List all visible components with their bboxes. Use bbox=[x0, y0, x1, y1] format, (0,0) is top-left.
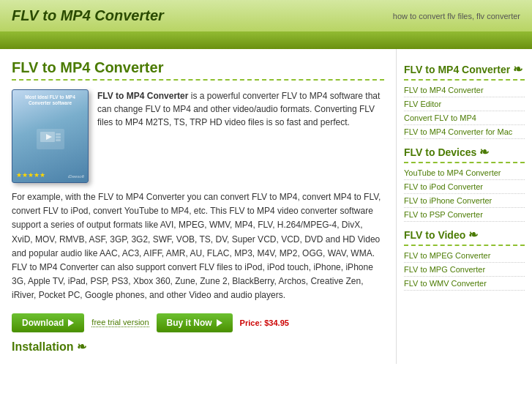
product-stars: ★★★★★ bbox=[16, 171, 45, 179]
product-name-bold: FLV to MP4 Converter bbox=[97, 91, 188, 101]
product-section: Most Ideal FLV to MP4 Converter software bbox=[12, 89, 384, 183]
buynow-arrow-icon bbox=[217, 319, 222, 327]
sidebar-section-2: FLV to Devices ❧ YouTube to MP4 Converte… bbox=[404, 145, 525, 222]
header-tagline: how to convert flv files, flv converter bbox=[393, 12, 520, 20]
sidebar-section-1-title: FLV to MP4 Converter ❧ bbox=[404, 62, 525, 76]
header: FLV to MP4 Converter how to convert flv … bbox=[0, 0, 532, 33]
sidebar-link-flv-wmv[interactable]: FLV to WMV Converter bbox=[404, 277, 525, 291]
sidebar-divider-2 bbox=[404, 162, 525, 163]
page-layout: FLV to MP4 Converter Most Ideal FLV to M… bbox=[0, 49, 532, 364]
title-divider bbox=[12, 79, 384, 81]
sidebar-section-1-label: FLV to MP4 Converter bbox=[404, 64, 510, 75]
sidebar-section-2-title: FLV to Devices ❧ bbox=[404, 145, 525, 159]
download-button[interactable]: Download bbox=[12, 313, 84, 332]
sidebar-link-youtube-mp4[interactable]: YouTube to MP4 Converter bbox=[404, 166, 525, 180]
sidebar-section-3: FLV to Video ❧ FLV to MPEG Converter FLV… bbox=[404, 228, 525, 291]
vine-icon-install: ❧ bbox=[77, 340, 86, 354]
buttons-row: Download free trial version Buy it Now P… bbox=[12, 313, 384, 332]
svg-rect-3 bbox=[56, 136, 61, 138]
subheader-bar bbox=[0, 33, 532, 49]
video-icon bbox=[40, 132, 61, 146]
svg-rect-2 bbox=[56, 133, 61, 135]
svg-rect-4 bbox=[56, 139, 61, 141]
sidebar-divider-1 bbox=[404, 79, 525, 81]
sidebar-link-convert-flv-mp4[interactable]: Convert FLV to MP4 bbox=[404, 111, 525, 125]
sidebar-section-3-label: FLV to Video bbox=[404, 229, 465, 241]
sidebar-section-1: FLV to MP4 Converter ❧ FLV to MP4 Conver… bbox=[404, 62, 525, 139]
sidebar-link-flv-editor[interactable]: FLV Editor bbox=[404, 97, 525, 111]
page-title: FLV to MP4 Converter bbox=[12, 59, 384, 76]
box-mid bbox=[16, 129, 84, 149]
sidebar-divider-3 bbox=[404, 245, 525, 246]
download-arrow-icon bbox=[68, 319, 74, 327]
sidebar-link-flv-psp[interactable]: FLV to PSP Converter bbox=[404, 208, 525, 222]
download-label: Download bbox=[22, 318, 64, 328]
vine-icon-s2: ❧ bbox=[479, 145, 489, 159]
product-image: Most Ideal FLV to MP4 Converter software bbox=[12, 89, 89, 183]
free-trial-link[interactable]: free trial version bbox=[91, 318, 149, 327]
sidebar-section-2-label: FLV to Devices bbox=[404, 146, 476, 158]
box-bottom: ★★★★★ iDeesoft bbox=[16, 171, 84, 179]
sidebar: FLV to MP4 Converter ❧ FLV to MP4 Conver… bbox=[397, 49, 532, 364]
site-title: FLV to MP4 Converter bbox=[12, 7, 164, 24]
sidebar-link-flv-mp4-mac[interactable]: FLV to MP4 Converter for Mac bbox=[404, 125, 525, 139]
sidebar-link-flv-mpg[interactable]: FLV to MPG Converter bbox=[404, 263, 525, 277]
buynow-button[interactable]: Buy it Now bbox=[157, 313, 233, 332]
product-description: FLV to MP4 Converter is a powerful conve… bbox=[97, 89, 384, 183]
box-title: Most Ideal FLV to MP4 Converter software bbox=[16, 94, 84, 107]
buynow-label: Buy it Now bbox=[167, 318, 212, 328]
box-icon bbox=[37, 129, 64, 149]
sidebar-link-flv-mpeg[interactable]: FLV to MPEG Converter bbox=[404, 249, 525, 263]
sidebar-link-flv-iphone[interactable]: FLV to iPhone Converter bbox=[404, 194, 525, 208]
installation-heading: Installation ❧ bbox=[12, 340, 384, 354]
product-brand: iDeesoft bbox=[68, 174, 84, 179]
vine-icon-s1: ❧ bbox=[513, 62, 522, 76]
product-body-text: For example, with the FLV to MP4 Convert… bbox=[12, 190, 384, 303]
sidebar-link-flv-ipod[interactable]: FLV to iPod Converter bbox=[404, 180, 525, 194]
vine-icon-s3: ❧ bbox=[468, 228, 478, 242]
install-label: Installation bbox=[12, 340, 73, 353]
main-content: FLV to MP4 Converter Most Ideal FLV to M… bbox=[0, 49, 397, 364]
sidebar-section-3-title: FLV to Video ❧ bbox=[404, 228, 525, 242]
sidebar-link-flv-mp4-converter[interactable]: FLV to MP4 Converter bbox=[404, 83, 525, 97]
price-label: Price: $34.95 bbox=[240, 318, 289, 327]
